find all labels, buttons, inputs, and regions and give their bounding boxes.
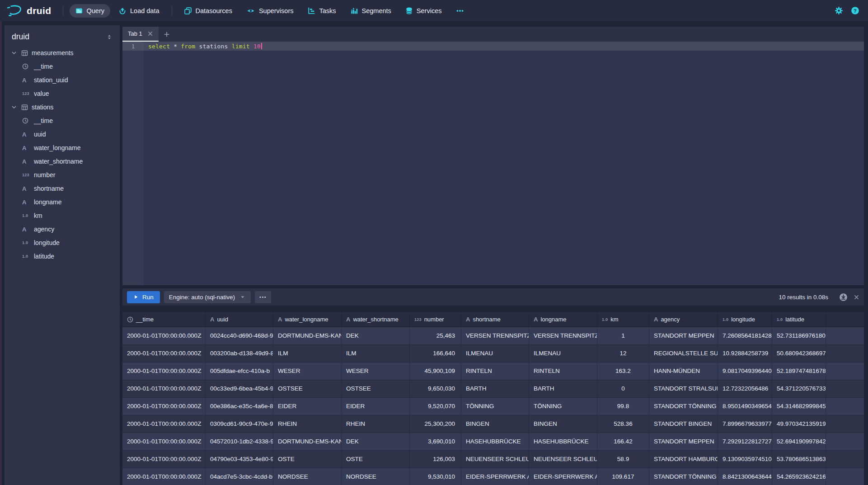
add-tab-button[interactable] xyxy=(159,27,175,42)
cell-longname[interactable]: ILMENAU xyxy=(529,345,597,362)
cell-water_shortname[interactable]: RHEIN xyxy=(342,415,410,433)
cell-uuid[interactable]: 003200ab-d138-49d9-8 xyxy=(206,345,273,362)
cell-longitude[interactable]: 8.8421300643644 xyxy=(718,468,772,485)
cell-longname[interactable]: HASEHUBBRÜCKE xyxy=(529,433,597,450)
cell-water_shortname[interactable]: DEK xyxy=(342,327,410,344)
cell-number[interactable]: 45,900,109 xyxy=(410,363,461,380)
cell-water_longname[interactable]: DORTMUND-EMS-KANAL xyxy=(273,433,342,450)
sidebar-column-uuid[interactable]: Auuid xyxy=(5,127,120,141)
sidebar-column-__time[interactable]: __time xyxy=(5,60,120,73)
cell-longitude[interactable]: 7.8996679633977 xyxy=(718,415,772,433)
cell-shortname[interactable]: EIDER-SPERRWERK AP xyxy=(461,468,529,485)
cell-agency[interactable]: STANDORT HAMBURG xyxy=(649,451,718,468)
nav-item-supervisors[interactable]: Supervisors xyxy=(241,4,300,18)
sidebar-table-stations[interactable]: stations xyxy=(5,100,120,114)
cell-uuid[interactable]: 00e386ac-e35c-4a6e-8 xyxy=(206,398,273,415)
cell-longname[interactable]: TÖNNING xyxy=(529,398,597,415)
cell-longname[interactable]: EIDER-SPERRWERK AP xyxy=(529,468,597,485)
cell-km[interactable]: 1 xyxy=(597,327,649,344)
cell-longitude[interactable]: 12.72322056486 xyxy=(718,380,772,397)
cell-uuid[interactable]: 04572010-1db2-4338-9 xyxy=(206,433,273,450)
sidebar-table-measurements[interactable]: measurements xyxy=(5,46,120,60)
sidebar-column-station_uuid[interactable]: Astation_uuid xyxy=(5,73,120,87)
sidebar-column-shortname[interactable]: Ashortname xyxy=(5,182,120,195)
cell-latitude[interactable]: 53.780686513863 xyxy=(772,451,826,468)
cell-shortname[interactable]: NEUENSEER SCHLEUSE xyxy=(461,451,529,468)
cell-km[interactable]: 163.2 xyxy=(597,363,649,380)
cell-water_shortname[interactable]: ILM xyxy=(342,345,410,362)
cell-latitude[interactable]: 49.970342135919 xyxy=(772,415,826,433)
cell-longname[interactable]: BINGEN xyxy=(529,415,597,433)
cell-latitude[interactable]: 54.371220576733 xyxy=(772,380,826,397)
close-tab-icon[interactable] xyxy=(147,31,153,37)
cell-longitude[interactable]: 7.2608564181428 xyxy=(718,327,772,344)
cell-latitude[interactable]: 50.680942368697 xyxy=(772,345,826,362)
cell-longname[interactable]: RINTELN xyxy=(529,363,597,380)
cell-water_longname[interactable]: NORDSEE xyxy=(273,468,342,485)
cell-number[interactable]: 25,463 xyxy=(410,327,461,344)
column-header-agency[interactable]: Aagency xyxy=(649,312,718,327)
cell-latitude[interactable]: 52.694190997842 xyxy=(772,433,826,450)
cell-water_longname[interactable]: DORTMUND-EMS-KANAL xyxy=(273,327,342,344)
column-header-longitude[interactable]: 1.0longitude xyxy=(718,312,772,327)
cell-shortname[interactable]: BINGEN xyxy=(461,415,529,433)
cell-__time[interactable]: 2000-01-01T00:00:00.000Z xyxy=(122,345,206,362)
cell-km[interactable]: 99.8 xyxy=(597,398,649,415)
help-icon[interactable]: ? xyxy=(851,6,859,15)
cell-shortname[interactable]: RINTELN xyxy=(461,363,529,380)
cell-longname[interactable]: VERSEN TRENNSPITZE xyxy=(529,327,597,344)
cell-latitude[interactable]: 54.314682999845 xyxy=(772,398,826,415)
cell-water_shortname[interactable]: OSTE xyxy=(342,451,410,468)
cell-water_shortname[interactable]: NORDSEE xyxy=(342,468,410,485)
column-header-km[interactable]: 1.0km xyxy=(597,312,649,327)
cell-water_shortname[interactable]: OSTSEE xyxy=(342,380,410,397)
cell-agency[interactable]: HANN-MÜNDEN xyxy=(649,363,718,380)
cell-longitude[interactable]: 9.1309035974510 xyxy=(718,451,772,468)
cell-agency[interactable]: STANDORT TÖNNING xyxy=(649,398,718,415)
cell-water_longname[interactable]: OSTE xyxy=(273,451,342,468)
cell-longname[interactable]: NEUENSEER SCHLEUSE xyxy=(529,451,597,468)
double-caret-vertical-icon[interactable] xyxy=(106,34,113,40)
cell-km[interactable]: 528.36 xyxy=(597,415,649,433)
cell-km[interactable]: 58.9 xyxy=(597,451,649,468)
cell-latitude[interactable]: 52.731186976180 xyxy=(772,327,826,344)
nav-item-more[interactable] xyxy=(450,4,470,18)
cell-water_longname[interactable]: WESER xyxy=(273,363,342,380)
column-header-__time[interactable]: __time xyxy=(122,312,206,327)
cell-__time[interactable]: 2000-01-01T00:00:00.000Z xyxy=(122,433,206,450)
cell-uuid[interactable]: 005dfdae-efcc-410a-b xyxy=(206,363,273,380)
cell-agency[interactable]: STANDORT MEPPEN xyxy=(649,327,718,344)
cell-number[interactable]: 9,650,030 xyxy=(410,380,461,397)
cell-__time[interactable]: 2000-01-01T00:00:00.000Z xyxy=(122,380,206,397)
cell-number[interactable]: 9,520,070 xyxy=(410,398,461,415)
nav-item-tasks[interactable]: Tasks xyxy=(302,4,342,18)
cell-uuid[interactable]: 04790e03-4353-4e80-9 xyxy=(206,451,273,468)
cell-km[interactable]: 166.42 xyxy=(597,433,649,450)
cell-number[interactable]: 3,690,010 xyxy=(410,433,461,450)
sidebar-column-number[interactable]: 123number xyxy=(5,168,120,182)
cell-longitude[interactable]: 8.9501490349654 xyxy=(718,398,772,415)
run-button[interactable]: Run xyxy=(127,291,160,303)
sidebar-column-longitude[interactable]: 1.0longitude xyxy=(5,236,120,250)
cell-longitude[interactable]: 7.2929122812727 xyxy=(718,433,772,450)
column-header-latitude[interactable]: 1.0latitude xyxy=(772,312,826,327)
cell-shortname[interactable]: ILMENAU xyxy=(461,345,529,362)
cell-longitude[interactable]: 10.92884258739 xyxy=(718,345,772,362)
cell-shortname[interactable]: VERSEN TRENNSPITZE xyxy=(461,327,529,344)
cell-longname[interactable]: BARTH xyxy=(529,380,597,397)
cell-water_shortname[interactable]: WESER xyxy=(342,363,410,380)
column-header-number[interactable]: 123number xyxy=(410,312,461,327)
cell-uuid[interactable]: 0309cd61-90c9-470e-9 xyxy=(206,415,273,433)
cell-number[interactable]: 126,003 xyxy=(410,451,461,468)
sidebar-column-value[interactable]: 123value xyxy=(5,87,120,100)
cell-uuid[interactable]: 04acd7e5-3cbc-4cdd-b xyxy=(206,468,273,485)
sidebar-column-__time[interactable]: __time xyxy=(5,114,120,127)
cell-number[interactable]: 9,530,010 xyxy=(410,468,461,485)
sidebar-column-longname[interactable]: Alongname xyxy=(5,195,120,209)
column-header-uuid[interactable]: Auuid xyxy=(206,312,273,327)
cell-km[interactable]: 12 xyxy=(597,345,649,362)
nav-item-query[interactable]: Query xyxy=(70,4,111,18)
cell-water_longname[interactable]: ILM xyxy=(273,345,342,362)
nav-item-load-data[interactable]: Load data xyxy=(113,4,165,18)
gear-icon[interactable] xyxy=(835,6,843,15)
